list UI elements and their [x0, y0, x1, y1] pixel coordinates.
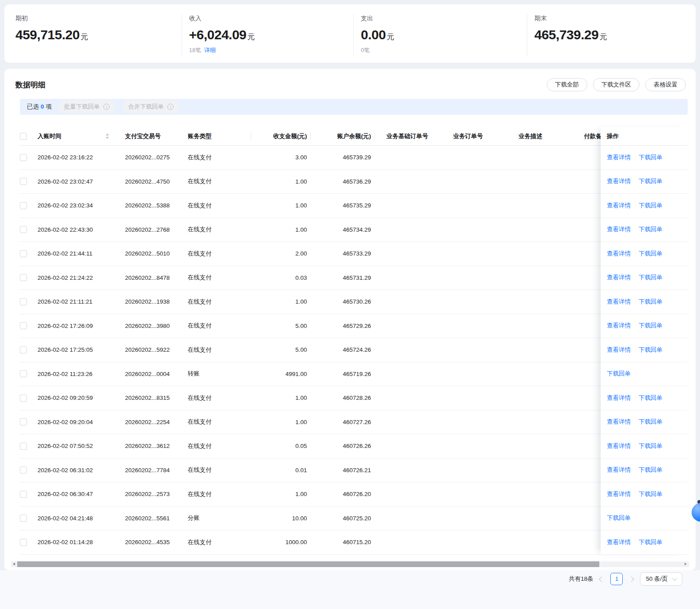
cell-alipay-txn-no: 20260202...7784 — [125, 467, 188, 474]
download-file-area-button[interactable]: 下载文件区 — [593, 78, 640, 91]
cell-alipay-txn-no: 20260202...3980 — [125, 323, 188, 329]
cell-balance: 465729.26 — [310, 323, 375, 329]
currency-unit: 元 — [386, 33, 394, 41]
download-receipt-link[interactable]: 下载回单 — [639, 490, 662, 498]
download-receipt-link[interactable]: 下载回单 — [639, 442, 662, 450]
action-row: 查看详情下载回单 — [601, 314, 688, 338]
cell-balance: 465733.29 — [310, 250, 375, 257]
row-checkbox[interactable] — [20, 250, 27, 257]
download-receipt-link[interactable]: 下载回单 — [639, 226, 662, 233]
table-row: 2026-02-02 17:26:0920260202...3980在线支付5.… — [20, 314, 688, 338]
download-receipt-link[interactable]: 下载回单 — [639, 250, 662, 258]
download-receipt-link[interactable]: 下载回单 — [639, 538, 662, 546]
view-details-link[interactable]: 查看详情 — [607, 250, 631, 258]
row-checkbox[interactable] — [20, 491, 27, 498]
view-details-link[interactable]: 查看详情 — [607, 226, 631, 233]
row-checkbox[interactable] — [20, 346, 27, 353]
page-title: 数据明细 — [15, 80, 45, 90]
row-checkbox[interactable] — [20, 298, 27, 305]
row-checkbox[interactable] — [20, 539, 27, 546]
cell-account-type: 在线支付 — [188, 346, 251, 354]
download-receipt-link[interactable]: 下载回单 — [639, 466, 662, 474]
cell-amount: 1.00 — [251, 178, 310, 185]
view-details-link[interactable]: 查看详情 — [607, 346, 631, 354]
row-checkbox[interactable] — [20, 443, 27, 450]
download-receipt-link[interactable]: 下载回单 — [607, 514, 631, 522]
row-checkbox[interactable] — [20, 466, 27, 474]
row-checkbox[interactable] — [20, 418, 27, 425]
table-row: 2026-02-02 06:31:0220260202...7784在线支付0.… — [20, 459, 688, 483]
download-receipt-link[interactable]: 下载回单 — [639, 202, 662, 210]
row-checkbox-cell — [20, 539, 38, 546]
next-page-icon[interactable] — [629, 576, 635, 582]
view-details-link[interactable]: 查看详情 — [607, 394, 631, 402]
horizontal-scrollbar[interactable] — [11, 561, 689, 567]
select-all-checkbox[interactable] — [20, 133, 27, 140]
table-row: 2026-02-02 04:21:4820260202...5561分账10.0… — [20, 507, 688, 531]
view-details-link[interactable]: 查看详情 — [607, 490, 631, 498]
view-details-link[interactable]: 查看详情 — [607, 154, 631, 162]
cell-account-type: 在线支付 — [188, 202, 251, 210]
row-checkbox[interactable] — [20, 202, 27, 209]
cell-amount: 10.00 — [251, 515, 310, 522]
view-details-link[interactable]: 查看详情 — [607, 298, 631, 306]
download-receipt-link[interactable]: 下载回单 — [639, 322, 662, 330]
cell-amount: 4991.00 — [251, 371, 310, 377]
pagination: 共有18条 1 50 条/页 — [569, 572, 682, 586]
column-header-order-no: 业务订单号 — [453, 132, 518, 140]
cell-balance: 460715.20 — [310, 539, 375, 545]
row-checkbox[interactable] — [20, 370, 27, 377]
download-receipt-link[interactable]: 下载回单 — [639, 346, 662, 354]
download-receipt-link[interactable]: 下载回单 — [639, 274, 662, 282]
table-row: 2026-02-02 11:23:2620260202...0004转账4991… — [20, 362, 688, 387]
download-receipt-link[interactable]: 下载回单 — [639, 177, 662, 185]
download-receipt-link[interactable]: 下载回单 — [639, 154, 662, 162]
scrollbar-thumb[interactable] — [17, 561, 599, 567]
column-header-balance: 账户余额(元) — [310, 132, 375, 140]
table-row: 2026-02-02 22:43:3020260202...2768在线支付1.… — [20, 218, 688, 242]
view-details-link[interactable]: 查看详情 — [607, 538, 631, 546]
sort-icon[interactable] — [106, 133, 109, 139]
row-checkbox[interactable] — [20, 226, 27, 233]
action-row: 查看详情下载回单 — [601, 194, 688, 218]
table-row: 2026-02-02 01:14:2820260202...4535在线支付10… — [20, 530, 688, 555]
view-details-link[interactable]: 查看详情 — [607, 202, 631, 210]
download-receipt-link[interactable]: 下载回单 — [639, 418, 662, 426]
prev-page-icon[interactable] — [599, 576, 605, 582]
row-checkbox[interactable] — [20, 322, 27, 329]
page-number-button[interactable]: 1 — [610, 573, 623, 585]
download-all-button[interactable]: 下载全部 — [547, 78, 587, 91]
row-checkbox[interactable] — [20, 154, 27, 161]
row-checkbox[interactable] — [20, 395, 27, 402]
cell-entry-time: 2026-02-02 23:16:22 — [38, 154, 125, 161]
cell-entry-time: 2026-02-02 09:20:59 — [38, 395, 125, 401]
view-details-link[interactable]: 查看详情 — [607, 466, 631, 474]
cell-account-type: 在线支付 — [188, 226, 251, 233]
download-receipt-link[interactable]: 下载回单 — [639, 298, 662, 306]
view-details-link[interactable]: 查看详情 — [607, 418, 631, 426]
view-details-link[interactable]: 查看详情 — [607, 442, 631, 450]
scroll-right-arrow-icon[interactable] — [682, 561, 689, 567]
page-size-select[interactable]: 50 条/页 — [640, 572, 682, 586]
download-receipt-link[interactable]: 下载回单 — [607, 370, 631, 378]
view-details-link[interactable]: 查看详情 — [607, 322, 631, 330]
income-detail-link[interactable]: 详细 — [204, 47, 216, 53]
row-checkbox[interactable] — [20, 515, 27, 522]
batch-download-receipt-button[interactable]: 批量下载回单 — [58, 100, 116, 113]
cell-balance: 460727.26 — [310, 419, 375, 425]
cell-balance: 465724.26 — [310, 346, 375, 353]
scroll-left-arrow-icon[interactable] — [11, 561, 17, 567]
row-checkbox[interactable] — [20, 274, 27, 281]
action-row: 查看详情下载回单 — [601, 242, 688, 266]
merge-download-receipt-button[interactable]: 合并下载回单 — [122, 100, 180, 113]
column-header-entry-time[interactable]: 入账时间 — [38, 132, 125, 140]
download-receipt-link[interactable]: 下载回单 — [639, 394, 662, 402]
table-settings-button[interactable]: 表格设置 — [645, 78, 686, 91]
view-details-link[interactable]: 查看详情 — [607, 274, 631, 282]
cell-amount: 5.00 — [251, 323, 310, 329]
view-details-link[interactable]: 查看详情 — [607, 177, 631, 185]
table-row: 2026-02-02 23:02:4720260202...4750在线支付1.… — [20, 170, 688, 194]
row-checkbox[interactable] — [20, 178, 27, 185]
table-row: 2026-02-02 21:44:1120260202...5010在线支付2.… — [20, 242, 688, 266]
cell-account-type: 在线支付 — [188, 418, 251, 426]
